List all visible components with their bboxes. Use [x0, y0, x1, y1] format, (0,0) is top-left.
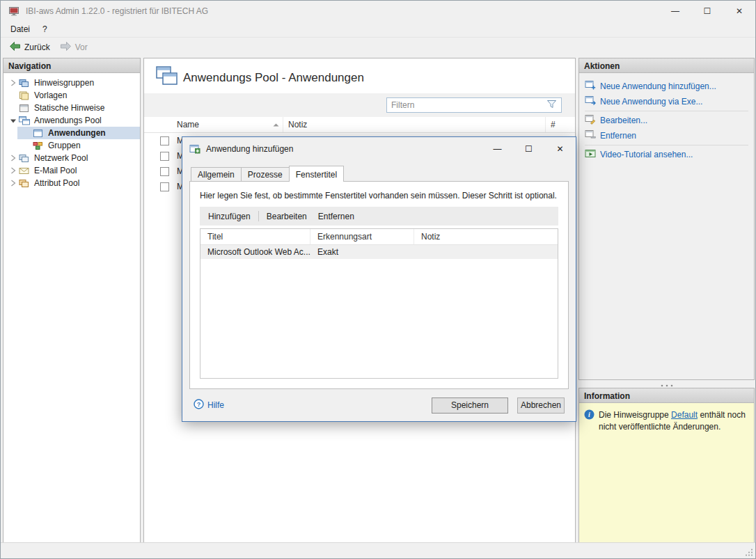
tab-allgemein[interactable]: Allgemein — [191, 167, 242, 181]
minimize-button[interactable]: — — [659, 1, 691, 22]
column-header-erkennungsart[interactable]: Erkennungsart — [310, 229, 414, 244]
action-label: Neue Anwendung via Exe... — [600, 97, 702, 107]
row-checkbox[interactable] — [160, 136, 169, 145]
chevron-right-icon[interactable] — [7, 167, 19, 174]
funnel-icon[interactable] — [546, 100, 557, 111]
save-button[interactable]: Speichern — [432, 397, 508, 414]
sort-ascending-icon — [273, 123, 279, 127]
maximize-button[interactable]: ☐ — [691, 1, 723, 22]
actions-header: Aktionen — [579, 58, 754, 73]
column-label: Titel — [207, 232, 223, 242]
gruppen-icon — [33, 141, 46, 150]
forward-label: Vor — [75, 42, 88, 52]
column-label: Notiz — [421, 232, 440, 242]
video-tutorial-icon — [585, 149, 596, 161]
navigation-header: Navigation — [3, 58, 140, 73]
column-label: Name — [177, 120, 199, 129]
filter-box — [386, 97, 562, 113]
nav-item-anwendungs-pool[interactable]: Anwendungs Pool — [3, 114, 140, 127]
row-checkbox[interactable] — [160, 167, 169, 176]
close-button[interactable]: ✕ — [723, 1, 755, 22]
filter-strip — [144, 93, 575, 117]
row-checkbox[interactable] — [160, 152, 169, 161]
dialog-maximize-button[interactable]: ☐ — [513, 137, 544, 160]
chevron-right-icon[interactable] — [7, 79, 19, 86]
remove-title-button[interactable]: Entfernen — [313, 209, 360, 224]
nav-item-attribut-pool[interactable]: Attribut Pool — [3, 177, 140, 189]
close-icon: ✕ — [736, 6, 743, 16]
navigation-tree: Hinweisgruppen Vorlagen Statische Hinwei… — [3, 73, 140, 189]
maximize-icon: ☐ — [704, 6, 711, 16]
back-arrow-icon — [9, 41, 21, 54]
nav-item-anwendungen[interactable]: Anwendungen — [17, 127, 140, 139]
nav-item-label: Attribut Pool — [32, 178, 79, 188]
page-title: Anwendungs Pool - Anwendungen — [183, 71, 364, 85]
nav-item-netzwerk-pool[interactable]: Netzwerk Pool — [3, 152, 140, 164]
app-icon — [8, 6, 19, 17]
hinweisgruppen-icon — [19, 79, 32, 88]
chevron-down-icon[interactable] — [7, 118, 19, 124]
chevron-right-icon[interactable] — [7, 155, 19, 162]
nav-item-vorlagen[interactable]: Vorlagen — [3, 89, 140, 102]
menu-help[interactable]: ? — [36, 22, 54, 36]
default-group-link[interactable]: Default — [671, 410, 698, 420]
toolbar-separator — [258, 211, 259, 221]
tab-prozesse[interactable]: Prozesse — [241, 167, 290, 181]
cell-titel: Microsoft Outlook Web Ac... — [200, 245, 310, 259]
email-pool-icon — [19, 166, 32, 175]
information-message: Die Hinweisgruppe Default enthält noch n… — [599, 409, 749, 433]
add-title-button[interactable]: Hinzufügen — [203, 209, 256, 224]
tab-fenstertitel[interactable]: Fenstertitel — [289, 166, 344, 182]
navigation-panel: Navigation Hinweisgruppen Vorlagen Stati… — [3, 58, 141, 543]
edit-title-button[interactable]: Bearbeiten — [261, 209, 313, 224]
dialog-tabs: Allgemein Prozesse Fenstertitel — [191, 166, 344, 182]
dialog-footer: ? Hilfe Speichern Abbrechen — [182, 389, 576, 421]
column-header-notiz[interactable]: Notiz — [414, 229, 558, 244]
action-video-tutorial[interactable]: Video-Tutorial ansehen... — [579, 147, 754, 162]
column-header-titel[interactable]: Titel — [200, 229, 310, 244]
cell-notiz — [414, 245, 558, 259]
window-titles-table: Titel Erkennungsart Notiz Microsoft Outl… — [200, 228, 558, 379]
action-remove[interactable]: Entfernen — [579, 128, 754, 143]
resize-grip-icon[interactable] — [745, 548, 753, 556]
dialog-tab-page: Hier legen Sie fest, ob bestimmte Fenste… — [189, 181, 569, 389]
action-new-application-via-exe[interactable]: Neue Anwendung via Exe... — [579, 94, 754, 109]
nav-item-hinweisgruppen[interactable]: Hinweisgruppen — [3, 77, 140, 89]
forward-button[interactable]: Vor — [55, 39, 93, 56]
row-checkbox[interactable] — [160, 182, 169, 191]
back-button[interactable]: Zurück — [4, 39, 55, 56]
dialog-titlebar: Anwendung hinzufügen — ☐ ✕ — [182, 137, 576, 160]
cancel-button[interactable]: Abbrechen — [517, 397, 565, 414]
nav-item-label: Anwendungen — [46, 128, 106, 138]
nav-item-email-pool[interactable]: E-Mail Pool — [3, 164, 140, 177]
nav-item-label: E-Mail Pool — [32, 166, 77, 175]
column-header-notiz[interactable]: Notiz — [283, 117, 546, 132]
nav-item-label: Statische Hinweise — [32, 103, 104, 113]
filter-input[interactable] — [391, 100, 546, 110]
new-application-exe-icon — [585, 95, 596, 108]
action-edit[interactable]: Bearbeiten... — [579, 113, 754, 128]
menu-datei[interactable]: Datei — [4, 22, 36, 36]
back-label: Zurück — [24, 42, 50, 52]
table-row[interactable]: Microsoft Outlook Web Ac... Exakt — [200, 245, 558, 259]
minimize-icon: — — [494, 144, 502, 154]
column-header-count[interactable]: # — [546, 117, 575, 132]
table-header: Name Notiz # — [144, 117, 575, 133]
chevron-right-icon[interactable] — [7, 180, 19, 187]
separator — [585, 111, 748, 111]
help-link[interactable]: ? Hilfe — [194, 399, 224, 411]
information-panel: Information i Die Hinweisgruppe Default … — [578, 388, 755, 543]
column-header-name[interactable]: Name — [144, 117, 283, 132]
menubar: Datei ? — [1, 22, 755, 37]
dialog-close-button[interactable]: ✕ — [544, 137, 576, 160]
nav-item-statische-hinweise[interactable]: Statische Hinweise — [3, 102, 140, 114]
column-label: Erkennungsart — [317, 232, 372, 242]
dialog-title: Anwendung hinzufügen — [206, 144, 293, 154]
dialog-minimize-button[interactable]: — — [482, 137, 513, 160]
nav-item-label: Hinweisgruppen — [32, 78, 94, 88]
panel-splitter[interactable] — [578, 380, 755, 388]
question-circle-icon: ? — [194, 399, 204, 411]
action-new-application[interactable]: Neue Anwendung hinzufügen... — [579, 79, 754, 94]
nav-item-gruppen[interactable]: Gruppen — [17, 139, 140, 152]
action-label: Bearbeiten... — [600, 116, 647, 125]
